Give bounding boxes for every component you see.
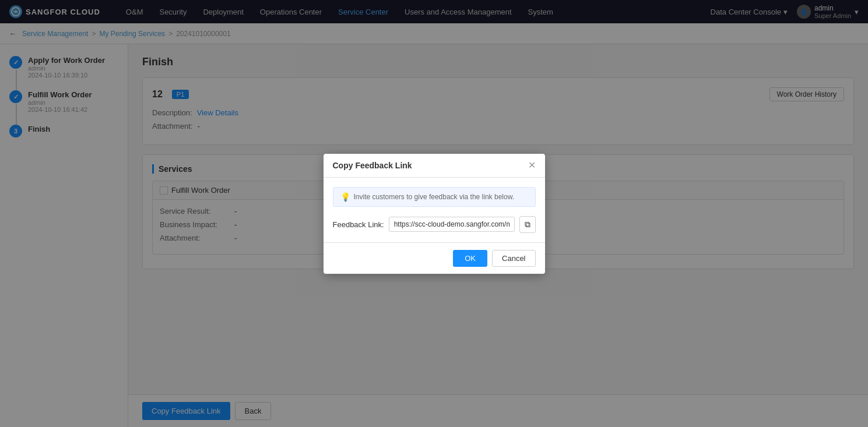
feedback-link-row: Feedback Link: ⧉ [333, 216, 536, 233]
feedback-link-input[interactable] [389, 217, 515, 232]
close-icon[interactable]: ✕ [528, 161, 536, 170]
modal-info-bar: 💡 Invite customers to give feedback via … [333, 187, 536, 207]
copy-icon: ⧉ [525, 220, 530, 229]
feedback-link-label: Feedback Link: [333, 220, 384, 229]
copy-feedback-modal: Copy Feedback Link ✕ 💡 Invite customers … [324, 154, 545, 274]
modal-header: Copy Feedback Link ✕ [324, 154, 545, 178]
info-icon: 💡 [340, 192, 350, 202]
modal-overlay: Copy Feedback Link ✕ 💡 Invite customers … [0, 0, 868, 427]
modal-body: 💡 Invite customers to give feedback via … [324, 178, 545, 242]
modal-cancel-button[interactable]: Cancel [492, 250, 535, 267]
modal-footer: OK Cancel [324, 242, 545, 274]
modal-ok-button[interactable]: OK [453, 250, 487, 267]
copy-icon-button[interactable]: ⧉ [519, 216, 536, 233]
modal-info-text: Invite customers to give feedback via th… [354, 193, 514, 201]
modal-title: Copy Feedback Link [333, 161, 412, 170]
